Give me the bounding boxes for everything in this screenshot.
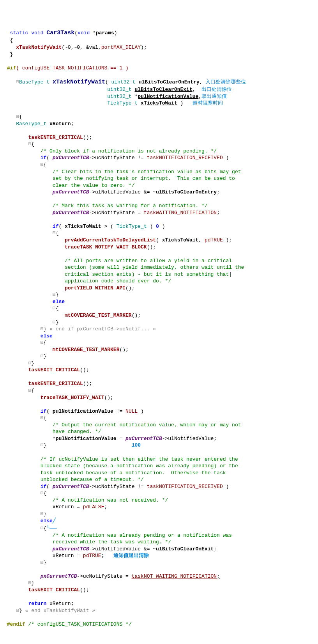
code-block: static void Car3Task(void *params) { xTa… — [4, 23, 314, 628]
code-line: ⊟} — [4, 360, 34, 366]
code-line: ⊟{ — [4, 415, 46, 421]
code-line: traceTASK_NOTIFY_WAIT(); — [4, 395, 113, 401]
code-line: ⊟} — [4, 511, 46, 517]
code-line: xReturn = pdTRUE; 通知值退出清除 — [4, 553, 149, 559]
code-line: /* Output the current notification value… — [4, 422, 241, 428]
code-line: unblocked because of a timeout. */ — [4, 477, 144, 483]
code-line: TickType_t xTicksToWait ) 超时阻塞时间 — [4, 100, 223, 106]
code-line: uint32_t *pulNotificationValue,取出通知值 — [4, 94, 227, 99]
code-line: #if( configUSE_TASK_NOTIFICATIONS == 1 ) — [4, 65, 129, 71]
code-line: if( xTicksToWait > ( TickType_t ) 0 ) — [4, 224, 165, 229]
code-line: if( pxCurrentTCB->ucNotifyState != taskN… — [4, 155, 229, 161]
code-line: received while the task was waiting. */ — [4, 539, 171, 545]
code-line: portYIELD_WITHIN_API(); — [4, 285, 134, 291]
code-line: else╱ — [4, 518, 56, 524]
code-line: blocked state (because a notification wa… — [4, 463, 238, 469]
code-line: } — [4, 51, 13, 57]
code-line: else — [4, 333, 53, 339]
code-line: ⊟{ — [4, 305, 58, 311]
code-line: application code should ever do. */ — [4, 278, 171, 284]
code-line: pxCurrentTCB->ulNotifiedValue &= ~ulBits… — [4, 189, 220, 195]
code-line: #endif /* configUSE_TASK_NOTIFICATIONS *… — [4, 621, 132, 627]
code-line: ⊟{ — [4, 162, 46, 168]
code-line: ⊟} — [4, 319, 58, 325]
code-line: else — [4, 299, 65, 305]
code-line: *pulNotificationValue = pxCurrentTCB->ul… — [4, 436, 217, 442]
code-line: return xReturn; — [4, 601, 74, 607]
code-line: taskENTER_CRITICAL(); — [4, 135, 92, 140]
code-line: ⊟} — [4, 353, 46, 359]
code-line: taskEXIT_CRITICAL(); — [4, 367, 89, 373]
code-line: if( pulNotificationValue != NULL ) — [4, 408, 144, 414]
code-line: critical section exits) - but it is not … — [4, 271, 232, 277]
code-line: /* Mark this task as waiting for a notif… — [4, 203, 208, 209]
code-line: pxCurrentTCB->ucNotifyState = taskWAITIN… — [4, 210, 220, 216]
code-line: { — [4, 37, 13, 43]
code-line: ⊟} « end if pxCurrentTCB->ucNotif... » — [4, 326, 156, 332]
code-line: /* If ucNotifyValue is set then either t… — [4, 456, 238, 462]
code-line: pxCurrentTCB->ulNotifiedValue &= ~ulBits… — [4, 546, 217, 552]
code-line: ⊟} « end xTaskNotifyWait » — [4, 608, 95, 614]
code-line: taskEXIT_CRITICAL(); — [4, 587, 89, 593]
code-line: ⊟{ — [4, 388, 34, 394]
code-line: /* Clear bits in the task's notification… — [4, 169, 241, 175]
code-line: ⊟{ — [4, 230, 58, 236]
code-line: ⊟{ — [4, 340, 46, 346]
code-line: xReturn = pdFALSE; — [4, 504, 107, 510]
code-line: if( pxCurrentTCB->ucNotifyState != taskN… — [4, 484, 229, 490]
code-line: task unblocked because of a notification… — [4, 470, 226, 476]
code-line: traceTASK_NOTIFY_WAIT_BLOCK(); — [4, 244, 156, 250]
code-line: prvAddCurrentTaskToDelayedList( xTicksTo… — [4, 237, 232, 243]
code-line: BaseType_t xReturn; — [4, 121, 74, 127]
code-line: ⊟BaseType_t xTaskNotifyWait( uint32_t ul… — [4, 79, 246, 85]
code-line: uint32_t ulBitsToClearOnExit, 出口处清除位 — [4, 87, 232, 92]
code-line: ⊟} — [4, 580, 34, 586]
code-line: /* A notification was already pending or… — [4, 532, 232, 538]
code-line: section (some will yield immediately, ot… — [4, 264, 244, 270]
code-line: ⊟} — [4, 292, 58, 298]
code-line: have changed. */ — [4, 429, 101, 435]
code-line: clear the value to zero. */ — [4, 183, 134, 188]
code-line: ⊟{╰── — [4, 525, 57, 531]
code-line: pxCurrentTCB->ucNotifyState = taskNOT_WA… — [4, 573, 220, 579]
code-line: set by the notifying task or interrupt. … — [4, 176, 235, 181]
code-line: static void Car3Task(void *params) — [4, 30, 117, 36]
code-line: ⊟} 100 — [4, 442, 141, 448]
code-line: /* All ports are written to allow a yiel… — [4, 258, 232, 264]
code-line: /* Only block if a notification is not a… — [4, 148, 217, 154]
code-line: mtCOVERAGE_TEST_MARKER(); — [4, 312, 141, 318]
code-line: ⊟{ — [4, 490, 46, 496]
code-line: mtCOVERAGE_TEST_MARKER(); — [4, 347, 129, 353]
code-line: xTaskNotifyWait(~0,~0, &val,portMAX_DELA… — [4, 44, 147, 50]
code-line: /* A notification was not received. */ — [4, 497, 168, 503]
code-line: taskENTER_CRITICAL(); — [4, 381, 92, 387]
code-line: ⊟{ — [4, 114, 22, 120]
code-line: ⊟{ — [4, 141, 34, 147]
code-line: ⊟} — [4, 560, 46, 566]
